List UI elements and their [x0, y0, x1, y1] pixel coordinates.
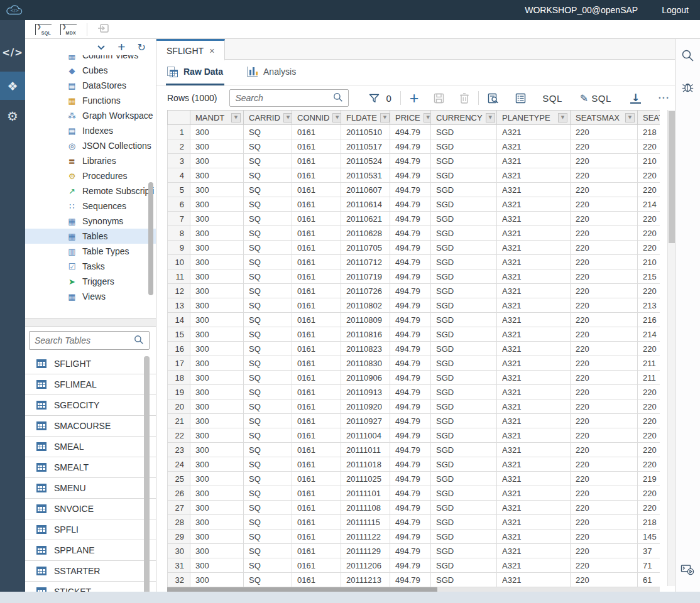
- cell[interactable]: 37: [638, 544, 660, 558]
- cell[interactable]: 494.79: [390, 399, 431, 414]
- cell[interactable]: 494.79: [390, 342, 431, 356]
- cell[interactable]: A321: [497, 457, 571, 472]
- cell[interactable]: A321: [497, 558, 571, 573]
- cell[interactable]: 300: [190, 269, 244, 284]
- cell[interactable]: SQ: [244, 515, 292, 530]
- cell[interactable]: SGD: [431, 269, 497, 284]
- cell[interactable]: 20110809: [341, 313, 390, 327]
- cell[interactable]: 220: [638, 226, 660, 241]
- table-row[interactable]: 30300SQ016120111129494.79SGDA32122037: [168, 544, 660, 558]
- cell[interactable]: 220: [638, 241, 660, 255]
- cell[interactable]: 0161: [292, 327, 341, 342]
- cell[interactable]: 220: [571, 486, 638, 501]
- row-number[interactable]: 23: [168, 443, 190, 457]
- column-filter-button[interactable]: ▼: [625, 113, 635, 122]
- column-filter-button[interactable]: ▼: [283, 113, 292, 122]
- cell[interactable]: 494.79: [390, 255, 431, 269]
- cell[interactable]: A321: [497, 197, 571, 212]
- cell[interactable]: 220: [571, 515, 638, 530]
- cell[interactable]: SQ: [244, 284, 292, 298]
- tab-raw-data[interactable]: Raw Data: [166, 60, 224, 85]
- row-number[interactable]: 4: [168, 168, 190, 183]
- row-number[interactable]: 1: [168, 125, 190, 139]
- cell[interactable]: A321: [497, 183, 571, 197]
- open-file-icon[interactable]: [97, 23, 109, 36]
- cell[interactable]: 494.79: [390, 414, 431, 428]
- cell[interactable]: 494.79: [390, 284, 431, 298]
- cell[interactable]: 300: [190, 327, 244, 342]
- row-number[interactable]: 3: [168, 154, 190, 168]
- sidebar-item-triggers[interactable]: ➤ Triggers: [25, 274, 156, 289]
- sidebar-item-cubes[interactable]: ◆ Cubes: [25, 63, 156, 78]
- cell[interactable]: 220: [638, 414, 660, 428]
- cell[interactable]: SQ: [244, 371, 292, 385]
- sidebar-item-sequences[interactable]: ∷ Sequences: [25, 198, 156, 214]
- cell[interactable]: A321: [497, 327, 571, 342]
- cell[interactable]: 300: [190, 530, 244, 544]
- cell[interactable]: A321: [497, 573, 571, 587]
- cell[interactable]: 300: [190, 385, 244, 399]
- cell[interactable]: A321: [497, 226, 571, 241]
- cell[interactable]: 220: [638, 212, 660, 226]
- cell[interactable]: 0161: [292, 428, 341, 443]
- cell[interactable]: 0161: [292, 125, 341, 139]
- view-data-preview-icon[interactable]: [488, 93, 499, 104]
- cell[interactable]: 494.79: [390, 356, 431, 371]
- row-number[interactable]: 32: [168, 573, 190, 587]
- column-filter-button[interactable]: ▼: [486, 113, 495, 122]
- cell[interactable]: 220: [571, 385, 638, 399]
- cell[interactable]: 494.79: [390, 197, 431, 212]
- cell[interactable]: 20110927: [341, 414, 390, 428]
- cell[interactable]: SGD: [431, 371, 497, 385]
- cell[interactable]: SGD: [431, 313, 497, 327]
- cell[interactable]: 494.79: [390, 385, 431, 399]
- sidebar-item-views[interactable]: ▦ Views: [25, 289, 156, 304]
- cell[interactable]: 494.79: [390, 327, 431, 342]
- table-row[interactable]: 31300SQ016120111206494.79SGDA32122071: [168, 558, 660, 573]
- column-filter-button[interactable]: ▼: [380, 113, 390, 122]
- row-number[interactable]: 15: [168, 327, 190, 342]
- cell[interactable]: SQ: [244, 327, 292, 342]
- cell[interactable]: 220: [571, 197, 638, 212]
- cell[interactable]: 220: [571, 241, 638, 255]
- cell[interactable]: 0161: [292, 558, 341, 573]
- cell[interactable]: 0161: [292, 472, 341, 486]
- cell[interactable]: SQ: [244, 573, 292, 587]
- row-number[interactable]: 31: [168, 558, 190, 573]
- cell[interactable]: 300: [190, 342, 244, 356]
- logout-button[interactable]: Logout: [662, 5, 689, 15]
- cell[interactable]: 0161: [292, 197, 341, 212]
- cell[interactable]: 220: [571, 371, 638, 385]
- table-row[interactable]: 3300SQ016120110524494.79SGDA321220210: [168, 154, 660, 168]
- table-list-scrollbar[interactable]: [144, 356, 150, 592]
- cell[interactable]: 300: [190, 414, 244, 428]
- row-number[interactable]: 18: [168, 371, 190, 385]
- cell[interactable]: A321: [497, 371, 571, 385]
- cell[interactable]: 220: [571, 501, 638, 515]
- cell[interactable]: 0161: [292, 226, 341, 241]
- sql-button[interactable]: SQL: [542, 93, 562, 104]
- row-number[interactable]: 2: [168, 139, 190, 154]
- table-row[interactable]: 5300SQ016120110607494.79SGDA321220220: [168, 183, 660, 197]
- cell[interactable]: 220: [571, 327, 638, 342]
- column-header-seat[interactable]: SEAT: [638, 111, 660, 125]
- cell[interactable]: 494.79: [390, 428, 431, 443]
- cell[interactable]: 0161: [292, 168, 341, 183]
- cell[interactable]: A321: [497, 255, 571, 269]
- edit-sql-button[interactable]: ✎ SQL: [580, 92, 611, 104]
- table-row[interactable]: 23300SQ016120111011494.79SGDA321220220: [168, 443, 660, 457]
- cell[interactable]: 0161: [292, 443, 341, 457]
- cell[interactable]: 300: [190, 457, 244, 472]
- table-row[interactable]: 15300SQ016120110816494.79SGDA321220214: [168, 327, 660, 342]
- cell[interactable]: 20111011: [341, 443, 390, 457]
- panel-separator[interactable]: [25, 318, 156, 327]
- row-number[interactable]: 28: [168, 515, 190, 530]
- cell[interactable]: A321: [497, 530, 571, 544]
- cell[interactable]: 0161: [292, 139, 341, 154]
- cell[interactable]: A321: [497, 443, 571, 457]
- cell[interactable]: 494.79: [390, 558, 431, 573]
- cell[interactable]: 220: [638, 501, 660, 515]
- cell[interactable]: SGD: [431, 212, 497, 226]
- cell[interactable]: A321: [497, 399, 571, 414]
- search-icon[interactable]: [333, 92, 343, 104]
